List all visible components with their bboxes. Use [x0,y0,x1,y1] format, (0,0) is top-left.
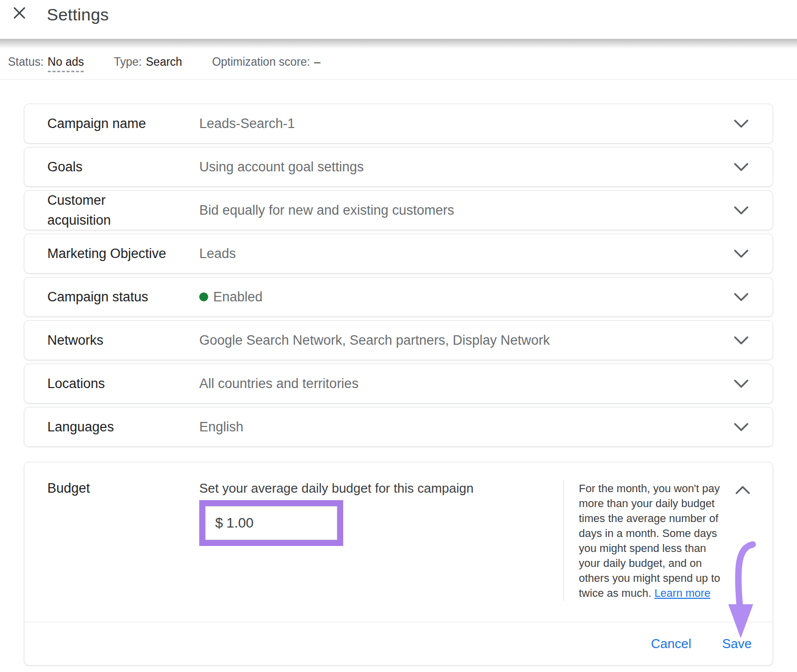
budget-card: Budget Set your average daily budget for… [24,462,773,666]
budget-description: Set your average daily budget for this c… [199,480,563,496]
chevron-down-icon[interactable] [734,249,749,259]
budget-input-highlight: $ 1.00 [199,500,343,546]
cancel-button[interactable]: Cancel [650,633,692,655]
close-icon [13,6,26,19]
setting-label: Campaign status [47,287,199,307]
settings-panel: Settings Status:No ads Type:Search Optim… [0,0,797,666]
chevron-down-icon[interactable] [734,379,749,389]
help-text-body: For the month, you won't pay more than y… [579,482,720,599]
chevron-up-icon [735,485,750,495]
status-item-status: Status:No ads [8,55,84,69]
close-button[interactable] [13,6,26,19]
setting-value: Bid equally for new and existing custome… [199,203,734,218]
chevron-down-icon[interactable] [734,206,749,215]
setting-value-text: Leads [199,246,236,262]
setting-value-text: Using account goal settings [199,159,364,175]
setting-label: Campaign name [47,114,199,134]
collapse-section-button[interactable] [735,485,750,496]
setting-label: Customer acquisition [47,190,199,230]
chevron-down-icon[interactable] [734,119,749,129]
setting-value-text: English [199,419,244,435]
setting-value: Leads-Search-1 [199,116,734,132]
setting-value-text: Bid equally for new and existing custome… [199,203,454,218]
type-value: Search [146,55,182,68]
page-title: Settings [47,5,109,24]
main-content: Campaign name Leads-Search-1 Goals Using… [0,104,797,666]
header: Settings [0,0,797,39]
setting-value-text: Google Search Network, Search partners, … [199,333,550,348]
settings-list: Campaign name Leads-Search-1 Goals Using… [24,104,773,447]
optimization-score-label: Optimization score: [212,55,310,68]
enabled-status-dot-icon [199,292,208,301]
settings-row[interactable]: Campaign name Leads-Search-1 [24,104,773,143]
currency-symbol: $ [215,515,223,531]
setting-label: Goals [47,157,199,177]
budget-help-text: For the month, you won't pay more than y… [579,481,722,601]
budget-amount: 1.00 [227,515,254,531]
status-value[interactable]: No ads [48,55,84,72]
setting-value-text: Enabled [213,289,263,305]
setting-value: Using account goal settings [199,159,734,175]
chevron-down-icon[interactable] [734,422,749,432]
save-button[interactable]: Save [721,633,753,655]
chevron-down-icon[interactable] [734,162,749,172]
setting-value: Enabled [199,289,734,305]
budget-main: Set your average daily budget for this c… [199,480,563,546]
optimization-score-value: – [314,55,320,68]
settings-row[interactable]: Campaign status Enabled [24,277,773,317]
settings-row[interactable]: Marketing Objective Leads [24,234,773,273]
settings-row[interactable]: Goals Using account goal settings [24,147,773,187]
chevron-down-icon[interactable] [734,336,749,345]
settings-row[interactable]: Customer acquisition Bid equally for new… [24,190,773,230]
chevron-down-icon[interactable] [734,292,749,302]
settings-row[interactable]: Languages English [24,407,773,447]
budget-label: Budget [47,480,199,496]
budget-footer: Cancel Save [24,622,773,665]
setting-label: Marketing Objective [47,244,199,264]
status-label: Status: [8,55,44,68]
setting-value-text: All countries and territories [199,376,359,392]
status-bar: Status:No ads Type:Search Optimization s… [0,39,797,80]
settings-row[interactable]: Locations All countries and territories [24,364,773,403]
setting-value: All countries and territories [199,376,734,392]
setting-value: Google Search Network, Search partners, … [199,333,734,348]
budget-body: Budget Set your average daily budget for… [24,462,773,622]
setting-value: Leads [199,246,734,262]
type-label: Type: [114,55,141,68]
budget-help-panel: For the month, you won't pay more than y… [563,480,773,601]
setting-label: Locations [47,374,199,394]
setting-label: Networks [47,330,199,350]
status-item-type: Type:Search [114,55,182,69]
status-item-optimization-score: Optimization score:– [212,55,321,69]
setting-value: English [199,419,734,435]
settings-row[interactable]: Networks Google Search Network, Search p… [24,320,773,360]
setting-label: Languages [47,417,199,437]
daily-budget-input[interactable]: $ 1.00 [205,506,337,540]
learn-more-link[interactable]: Learn more [655,587,711,599]
setting-value-text: Leads-Search-1 [199,116,295,132]
